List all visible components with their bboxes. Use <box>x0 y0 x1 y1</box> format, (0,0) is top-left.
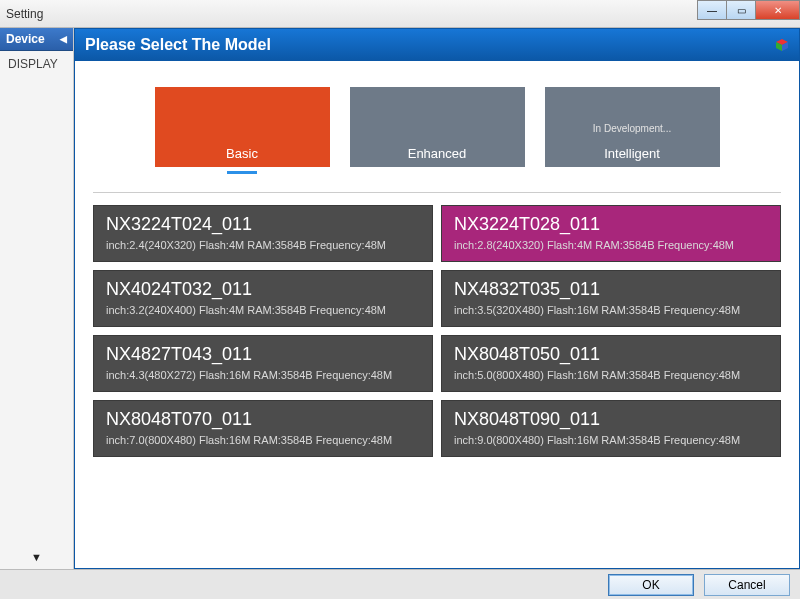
model-grid: NX3224T024_011inch:2.4(240X320) Flash:4M… <box>75 205 799 457</box>
sidebar-item-display[interactable]: DISPLAY <box>0 51 73 77</box>
model-name: NX3224T024_011 <box>106 214 420 235</box>
category-basic[interactable]: Basic <box>155 87 330 167</box>
model-card[interactable]: NX4827T043_011inch:4.3(480X272) Flash:16… <box>93 335 433 392</box>
content-header: Please Select The Model <box>75 29 799 61</box>
window-title: Setting <box>6 7 43 21</box>
cancel-button[interactable]: Cancel <box>704 574 790 596</box>
close-button[interactable]: ✕ <box>755 0 800 20</box>
model-card[interactable]: NX3224T024_011inch:2.4(240X320) Flash:4M… <box>93 205 433 262</box>
model-name: NX3224T028_011 <box>454 214 768 235</box>
model-specs: inch:5.0(800X480) Flash:16M RAM:3584B Fr… <box>454 369 768 381</box>
model-name: NX4827T043_011 <box>106 344 420 365</box>
model-specs: inch:4.3(480X272) Flash:16M RAM:3584B Fr… <box>106 369 420 381</box>
model-card[interactable]: NX8048T090_011inch:9.0(800X480) Flash:16… <box>441 400 781 457</box>
model-card[interactable]: NX3224T028_011inch:2.8(240X320) Flash:4M… <box>441 205 781 262</box>
category-label: Basic <box>226 146 258 161</box>
category-tiles: Basic Enhanced In Development... Intelli… <box>75 61 799 186</box>
category-label: Enhanced <box>408 146 467 161</box>
titlebar: Setting — ▭ ✕ <box>0 0 800 28</box>
model-specs: inch:7.0(800X480) Flash:16M RAM:3584B Fr… <box>106 434 420 446</box>
content: Please Select The Model Basic Enhanced <box>74 28 800 569</box>
maximize-button[interactable]: ▭ <box>726 0 756 20</box>
minimize-button[interactable]: — <box>697 0 727 20</box>
model-card[interactable]: NX8048T070_011inch:7.0(800X480) Flash:16… <box>93 400 433 457</box>
model-specs: inch:2.8(240X320) Flash:4M RAM:3584B Fre… <box>454 239 768 251</box>
model-specs: inch:2.4(240X320) Flash:4M RAM:3584B Fre… <box>106 239 420 251</box>
collapse-left-icon: ◀ <box>60 34 67 44</box>
model-name: NX8048T050_011 <box>454 344 768 365</box>
model-name: NX4024T032_011 <box>106 279 420 300</box>
divider <box>93 192 781 193</box>
dev-note: In Development... <box>593 123 671 134</box>
chevron-down-icon[interactable]: ▼ <box>31 551 42 563</box>
model-card[interactable]: NX8048T050_011inch:5.0(800X480) Flash:16… <box>441 335 781 392</box>
model-name: NX8048T090_011 <box>454 409 768 430</box>
model-name: NX4832T035_011 <box>454 279 768 300</box>
sidebar-header[interactable]: Device ◀ <box>0 28 73 51</box>
model-card[interactable]: NX4832T035_011inch:3.5(320X480) Flash:16… <box>441 270 781 327</box>
model-card[interactable]: NX4024T032_011inch:3.2(240X400) Flash:4M… <box>93 270 433 327</box>
sidebar-header-label: Device <box>6 32 45 46</box>
model-specs: inch:9.0(800X480) Flash:16M RAM:3584B Fr… <box>454 434 768 446</box>
sidebar: Device ◀ DISPLAY ▼ <box>0 28 74 569</box>
category-label: Intelligent <box>604 146 660 161</box>
active-indicator <box>227 171 257 174</box>
model-specs: inch:3.5(320X480) Flash:16M RAM:3584B Fr… <box>454 304 768 316</box>
category-enhanced[interactable]: Enhanced <box>350 87 525 167</box>
window-controls: — ▭ ✕ <box>698 0 800 20</box>
model-specs: inch:3.2(240X400) Flash:4M RAM:3584B Fre… <box>106 304 420 316</box>
dialog-footer: OK Cancel <box>0 569 800 599</box>
category-intelligent[interactable]: In Development... Intelligent <box>545 87 720 167</box>
ok-button[interactable]: OK <box>608 574 694 596</box>
content-title: Please Select The Model <box>85 36 271 54</box>
model-name: NX8048T070_011 <box>106 409 420 430</box>
cube-icon <box>775 38 789 52</box>
